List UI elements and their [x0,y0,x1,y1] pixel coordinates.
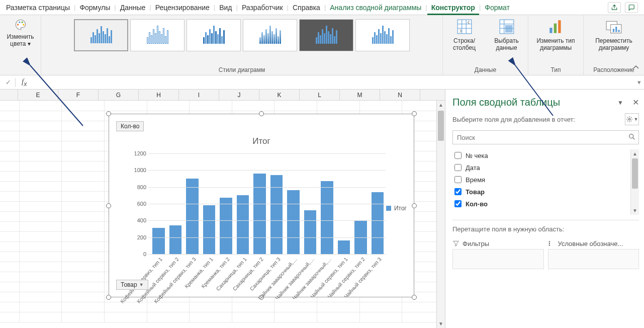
resize-handle-n[interactable] [259,111,264,116]
share-button[interactable] [608,2,621,13]
chart-bar[interactable] [169,225,182,254]
change-colors-button[interactable]: Изменитьцвета ▾ [3,18,38,47]
col-header[interactable]: L [300,90,340,100]
tab-format[interactable]: Формат [481,0,514,15]
vertical-scrollbar[interactable]: ▲ ▼ [436,101,445,328]
svg-rect-7 [549,28,552,33]
drop-filters[interactable]: Фильтры [452,238,544,269]
chart-bar[interactable] [203,205,216,254]
pivot-value-field-button[interactable]: Кол-во [116,121,144,131]
chevron-down-icon: ▼ [139,282,144,287]
switch-row-column-button[interactable]: Строка/столбец [444,18,485,51]
field-row[interactable]: Кол-во [452,198,639,210]
field-checkbox[interactable] [454,152,462,159]
col-header[interactable]: G [99,90,139,100]
chart-style-2[interactable] [130,19,185,51]
chart-style-4[interactable] [243,19,297,51]
svg-rect-14 [618,30,620,32]
move-chart-button[interactable]: Переместитьдиаграмму [589,18,639,51]
field-checkbox[interactable] [454,200,462,207]
chart-plot-area[interactable]: 020040060080010001200 [124,153,386,254]
col-header[interactable]: I [179,90,219,100]
pane-menu-button[interactable]: ▼ [617,99,623,106]
tab-formulas[interactable]: Формулы [75,0,114,15]
field-search-input[interactable] [452,130,639,144]
cancel-formula-button[interactable]: ✓ [3,78,13,86]
resize-handle-sw[interactable] [106,295,111,300]
col-header[interactable]: J [219,90,259,100]
chart-bar[interactable] [304,210,317,254]
tab-review[interactable]: Рецензирование [151,0,214,15]
field-row[interactable]: № чека [452,149,639,161]
chart-style-6[interactable] [355,19,410,51]
resize-handle-w[interactable] [106,203,111,208]
field-checkbox[interactable] [454,188,462,195]
chart-style-1[interactable] [74,19,128,51]
resize-handle-ne[interactable] [412,111,417,116]
formula-input[interactable] [31,75,634,89]
tab-developer[interactable]: Разработчик [238,0,287,15]
field-list-scrollbar[interactable]: ▲ ▼ [630,149,639,215]
scroll-thumb[interactable] [438,111,444,141]
chevron-down-icon: ▾ [28,40,31,47]
pane-settings-button[interactable]: ▼ [625,113,639,125]
pivot-axis-field-button[interactable]: Товар▼ [116,280,148,290]
col-header[interactable]: M [340,90,380,100]
tab-view[interactable]: Вид [215,0,236,15]
scroll-thumb[interactable] [632,158,638,189]
expand-formula-bar-button[interactable]: ▾ [634,78,644,86]
tab-data[interactable]: Данные [116,0,150,15]
search-icon[interactable] [628,133,636,142]
scroll-down-arrow[interactable]: ▼ [631,206,639,215]
field-row[interactable]: Товар [452,186,639,198]
col-header[interactable]: E [18,90,58,100]
chart-bar[interactable] [372,192,384,254]
chart-bar[interactable] [186,179,199,254]
scroll-up-arrow[interactable]: ▲ [437,101,445,109]
comments-button[interactable] [625,2,638,13]
tab-pivot-chart-analyze[interactable]: Анализ сводной диаграммы [326,0,425,15]
chart-style-gallery[interactable] [74,18,410,51]
worksheet[interactable]: EFGHIJKLMN ▲ ▼ Кол-во Итог 0200400600800… [0,90,445,328]
chart-category-axis: Кофейный сервиз, тип 1Кофейный сервиз, т… [150,256,387,306]
legend-icon [548,240,555,247]
pane-close-button[interactable]: ✕ [632,98,639,107]
scroll-up-arrow[interactable]: ▲ [631,149,639,158]
field-row[interactable]: Время [452,174,639,186]
col-header[interactable]: H [139,90,179,100]
col-header[interactable]: K [259,90,300,100]
chart-title[interactable]: Итог [109,136,414,146]
collapse-ribbon-button[interactable] [632,63,640,73]
drop-legend[interactable]: Условные обозначе... [548,238,639,269]
resize-handle-e[interactable] [412,203,417,208]
group-label-type: Тип [550,66,561,73]
chart-bar[interactable] [338,240,350,254]
move-chart-icon [605,18,622,35]
chart-bar[interactable] [152,228,165,254]
resize-handle-nw[interactable] [106,111,111,116]
select-data-icon [498,18,515,35]
col-header[interactable]: F [58,90,99,100]
select-data-button[interactable]: Выбратьданные [487,18,527,51]
field-checkbox[interactable] [454,164,462,171]
col-header[interactable]: N [380,90,420,100]
tab-design[interactable]: Конструктор [427,0,479,15]
scroll-down-arrow[interactable]: ▼ [437,319,445,328]
chart-bar[interactable] [287,190,300,254]
chart-bar[interactable] [220,198,232,254]
resize-handle-se[interactable] [412,295,417,300]
field-row[interactable]: Дата [452,161,639,174]
change-chart-type-button[interactable]: Изменить типдиаграммы [531,18,581,51]
chart-legend[interactable]: Итог [386,205,407,212]
chart-style-3[interactable] [187,19,241,51]
tab-help[interactable]: Справка [289,0,324,15]
group-chart-styles: Стили диаграмм [41,15,443,75]
chart-bar[interactable] [321,181,333,254]
tab-page-layout[interactable]: Разметка страницы [2,0,74,15]
column-headers[interactable]: EFGHIJKLMN [0,90,445,101]
insert-function-button[interactable]: fx [18,77,31,88]
field-checkbox[interactable] [454,176,462,183]
pivot-chart[interactable]: Кол-во Итог 020040060080010001200 Кофейн… [109,114,414,297]
chart-style-5[interactable] [299,19,353,51]
chart-bar[interactable] [253,174,266,254]
